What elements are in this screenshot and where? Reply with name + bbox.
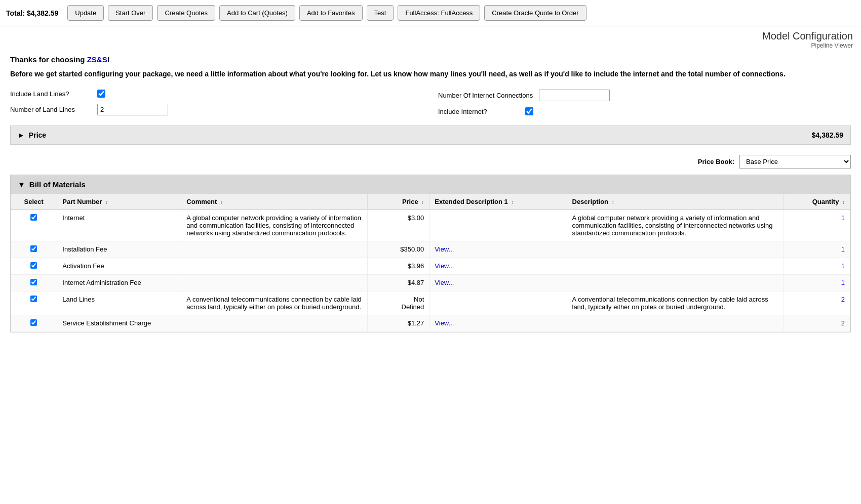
num-internet-connections-input[interactable] xyxy=(539,90,610,101)
number-of-land-lines-row: Number of Land Lines xyxy=(10,104,423,115)
part-number-cell: Internet Administration Fee xyxy=(57,275,181,291)
quantity-cell: 1 xyxy=(784,275,850,291)
comment-cell xyxy=(181,241,367,258)
row-checkbox[interactable] xyxy=(30,296,37,302)
page-header: Model Configuration Pipeline Viewer xyxy=(0,26,861,50)
greeting-link[interactable]: ZS&S xyxy=(87,55,107,64)
create-oracle-button[interactable]: Create Oracle Quote to Order xyxy=(484,5,586,21)
number-of-land-lines-label: Number of Land Lines xyxy=(10,106,91,113)
comment-cell xyxy=(181,275,367,291)
bom-collapse-icon: ▼ xyxy=(18,180,25,189)
row-checkbox[interactable] xyxy=(30,214,37,221)
ext-desc-cell[interactable]: View... xyxy=(429,241,567,258)
form-left: Include Land Lines? Number of Land Lines xyxy=(10,90,423,115)
description-cell: A global computer network providing a va… xyxy=(567,210,784,241)
price-cell: $4.87 xyxy=(367,275,429,291)
price-book-row: Price Book: Base Price Standard Price Cu… xyxy=(10,155,851,169)
comment-cell xyxy=(181,315,367,332)
view-link[interactable]: View... xyxy=(435,319,454,327)
col-header-comment: Comment ↕ xyxy=(181,194,367,210)
row-checkbox[interactable] xyxy=(30,245,37,252)
col-header-description: Description ↕ xyxy=(567,194,784,210)
view-link[interactable]: View... xyxy=(435,262,454,270)
col-header-part-number: Part Number ↕ xyxy=(57,194,181,210)
bom-header: ▼ Bill of Materials xyxy=(11,175,850,194)
bom-table-header-row: Select Part Number ↕ Comment ↕ Price ↕ xyxy=(11,194,850,210)
part-number-cell: Service Establishment Charge xyxy=(57,315,181,332)
test-button[interactable]: Test xyxy=(367,5,394,21)
create-quotes-button[interactable]: Create Quotes xyxy=(157,5,215,21)
col-header-quantity: Quantity ↕ xyxy=(784,194,850,210)
comment-cell: A global computer network providing a va… xyxy=(181,210,367,241)
quantity-cell: 2 xyxy=(784,315,850,332)
sort-icon-qty: ↕ xyxy=(842,199,845,205)
table-row: Land LinesA conventional telecommunicati… xyxy=(11,291,850,315)
intro-text: Before we get started configuring your p… xyxy=(10,69,851,79)
table-row: Internet Administration Fee$4.87View...1 xyxy=(11,275,850,291)
num-internet-connections-row: Number Of Internet Connections xyxy=(438,90,851,101)
row-checkbox[interactable] xyxy=(30,319,37,326)
price-cell: $1.27 xyxy=(367,315,429,332)
bom-table: Select Part Number ↕ Comment ↕ Price ↕ xyxy=(11,194,850,332)
description-cell xyxy=(567,241,784,258)
description-cell: A conventional telecommunications connec… xyxy=(567,291,784,315)
greeting-text-before: Thanks for choosing xyxy=(10,55,87,64)
description-cell xyxy=(567,258,784,275)
add-to-cart-button[interactable]: Add to Cart (Quotes) xyxy=(219,5,295,21)
col-header-price: Price ↕ xyxy=(367,194,429,210)
add-to-favorites-button[interactable]: Add to Favorites xyxy=(299,5,363,21)
include-internet-label: Include Internet? xyxy=(438,108,519,115)
ext-desc-cell[interactable]: View... xyxy=(429,258,567,275)
full-access-button[interactable]: FullAccess: FullAccess xyxy=(398,5,480,21)
row-checkbox[interactable] xyxy=(30,279,37,285)
col-header-ext-desc: Extended Description 1 ↕ xyxy=(429,194,567,210)
quantity-cell: 1 xyxy=(784,258,850,275)
price-label: Price xyxy=(29,131,46,139)
price-section[interactable]: ► Price $4,382.59 xyxy=(10,125,851,145)
table-row: Activation Fee$3.96View...1 xyxy=(11,258,850,275)
start-over-button[interactable]: Start Over xyxy=(108,5,153,21)
part-number-cell: Land Lines xyxy=(57,291,181,315)
include-land-lines-label: Include Land Lines? xyxy=(10,90,91,98)
price-book-label: Price Book: xyxy=(698,158,734,165)
comment-cell: A conventional telecommunications connec… xyxy=(181,291,367,315)
number-of-land-lines-input[interactable] xyxy=(97,104,168,115)
price-collapse-icon: ► xyxy=(18,131,25,139)
view-link[interactable]: View... xyxy=(435,279,454,286)
sort-icon-part: ↕ xyxy=(105,199,108,205)
ext-desc-cell xyxy=(429,210,567,241)
price-cell: $350.00 xyxy=(367,241,429,258)
view-link[interactable]: View... xyxy=(435,245,454,253)
ext-desc-cell[interactable]: View... xyxy=(429,315,567,332)
sort-icon-comment: ↕ xyxy=(220,199,223,205)
bom-title: Bill of Materials xyxy=(29,180,86,189)
include-internet-row: Include Internet? xyxy=(438,107,851,115)
bom-section: ▼ Bill of Materials Select Part Number ↕… xyxy=(10,175,851,332)
include-land-lines-checkbox[interactable] xyxy=(97,90,105,98)
sort-icon-ext: ↕ xyxy=(511,199,514,205)
toolbar: Total: $4,382.59 Update Start Over Creat… xyxy=(0,0,861,26)
row-checkbox[interactable] xyxy=(30,262,37,269)
greeting: Thanks for choosing ZS&S! xyxy=(10,55,851,64)
ext-desc-cell[interactable]: View... xyxy=(429,275,567,291)
col-header-select: Select xyxy=(11,194,57,210)
greeting-text-after: ! xyxy=(107,55,110,64)
model-config-title: Model Configuration xyxy=(8,30,853,42)
table-row: InternetA global computer network provid… xyxy=(11,210,850,241)
main-content: Thanks for choosing ZS&S! Before we get … xyxy=(0,50,861,338)
include-internet-checkbox[interactable] xyxy=(525,107,533,115)
form-right: Number Of Internet Connections Include I… xyxy=(438,90,851,115)
table-row: Installation Fee$350.00View...1 xyxy=(11,241,850,258)
price-section-value: $4,382.59 xyxy=(812,131,843,139)
toolbar-total: Total: $4,382.59 xyxy=(6,9,58,17)
table-row: Service Establishment Charge$1.27View...… xyxy=(11,315,850,332)
sort-icon-price: ↕ xyxy=(421,199,424,205)
price-cell: $3.96 xyxy=(367,258,429,275)
quantity-cell: 2 xyxy=(784,291,850,315)
price-section-left: ► Price xyxy=(18,131,46,139)
part-number-cell: Activation Fee xyxy=(57,258,181,275)
price-book-select[interactable]: Base Price Standard Price Custom Price xyxy=(739,155,851,169)
part-number-cell: Installation Fee xyxy=(57,241,181,258)
description-cell xyxy=(567,275,784,291)
update-button[interactable]: Update xyxy=(67,5,104,21)
